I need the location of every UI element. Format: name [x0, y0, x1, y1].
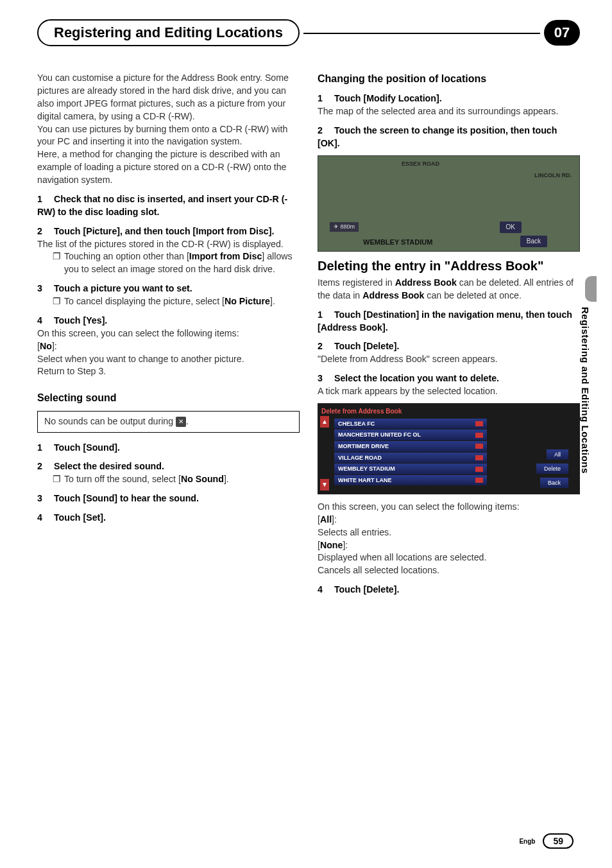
delete-step-2-desc: "Delete from Address Book" screen appear…: [318, 353, 580, 366]
flag-icon: [475, 455, 483, 460]
map-screenshot: ESSEX ROAD LINCOLN RD. ✈ 880m WEMBLEY ST…: [318, 155, 580, 252]
page-number: 59: [543, 833, 574, 849]
flag-icon: [475, 467, 483, 472]
list-item[interactable]: MORTIMER DRIVE: [334, 441, 487, 452]
option-no-desc: Select when you want to change to anothe…: [37, 353, 300, 366]
change-step-1-desc: The map of the selected area and its sur…: [318, 105, 580, 118]
list-item[interactable]: WHITE HART LANE: [334, 475, 487, 486]
option-none-desc: Displayed when all locations are selecte…: [318, 551, 580, 564]
page-header: Registering and Editing Locations 07: [37, 19, 580, 46]
side-tab: Registering and Editing Locations: [580, 276, 593, 474]
side-tab-accent: [585, 276, 597, 302]
list-item[interactable]: WEMBLEY STADIUM: [334, 464, 487, 474]
changing-position-heading: Changing the position of locations: [318, 72, 580, 86]
bullet-icon: ❐: [53, 295, 64, 308]
sound-step-4: 4Touch [Set].: [37, 512, 300, 525]
step-4-desc: On this screen, you can select the follo…: [37, 327, 300, 340]
delete-step-3: 3Select the location you want to delete.: [318, 372, 580, 385]
intro-text: You can use pictures by burning them ont…: [37, 123, 300, 149]
step-3: 3Touch a picture you want to set.: [37, 282, 300, 295]
sound-step-3: 3Touch [Sound] to hear the sound.: [37, 492, 300, 505]
mute-icon: ✕: [176, 417, 186, 427]
delete-button[interactable]: Delete: [536, 464, 568, 474]
scroll-down-icon[interactable]: ▼: [320, 479, 329, 490]
list-after-text: On this screen, you can select the follo…: [318, 501, 580, 514]
bullet-item: ❐ To turn off the sound, select [No Soun…: [53, 473, 300, 486]
delete-step-1: 1Touch [Destination] in the navigation m…: [318, 309, 580, 334]
map-location-label: WEMBLEY STADIUM: [363, 238, 432, 247]
page-footer: Engb 59: [519, 833, 574, 849]
list-item[interactable]: MANCHESTER UNITED FC OL: [334, 430, 487, 440]
page-title: Registering and Editing Locations: [37, 19, 300, 46]
flag-icon: [475, 478, 483, 483]
step-2-desc: The list of the pictures stored in the C…: [37, 238, 300, 251]
step-4: 4Touch [Yes].: [37, 315, 300, 327]
left-column: You can customise a picture for the Addr…: [37, 72, 300, 596]
language-code: Engb: [519, 838, 535, 845]
delete-step-4: 4Touch [Delete].: [318, 584, 580, 596]
bullet-item: ❐ To cancel displaying the picture, sele…: [53, 295, 300, 308]
change-step-1: 1Touch [Modify Location].: [318, 92, 580, 105]
bullet-icon: ❐: [53, 473, 64, 486]
deleting-entry-heading: Deleting the entry in "Address Book": [318, 258, 580, 274]
chapter-number-badge: 07: [544, 20, 580, 46]
map-road-label: ESSEX ROAD: [402, 160, 439, 168]
header-rule: [303, 33, 540, 34]
sound-step-1: 1Touch [Sound].: [37, 442, 300, 455]
flag-icon: [475, 421, 483, 426]
option-all: [All]:: [318, 514, 580, 526]
selecting-sound-heading: Selecting sound: [37, 391, 300, 405]
side-tab-text: Registering and Editing Locations: [580, 307, 591, 474]
list-item[interactable]: CHELSEA FC: [334, 419, 487, 430]
right-column: Changing the position of locations 1Touc…: [318, 72, 580, 596]
option-no: [No]:: [37, 340, 300, 353]
delete-step-3-desc: A tick mark appears by the selected loca…: [318, 385, 580, 398]
all-button[interactable]: All: [547, 449, 568, 460]
sound-note-box: No sounds can be output during ✕.: [37, 411, 300, 433]
flag-icon: [475, 433, 483, 438]
step-1: 1Check that no disc is inserted, and ins…: [37, 193, 300, 219]
sound-step-2: 2Select the desired sound.: [37, 460, 300, 473]
map-road-label: LINCOLN RD.: [534, 171, 572, 180]
bullet-icon: ❐: [53, 250, 64, 276]
option-none-desc2: Cancels all selected locations.: [318, 564, 580, 577]
delete-intro: Items registered in Address Book can be …: [318, 277, 580, 302]
flag-icon: [475, 444, 483, 449]
delete-list-title: Delete from Address Book: [321, 407, 576, 416]
option-all-desc: Selects all entries.: [318, 526, 580, 539]
back-button[interactable]: Back: [540, 478, 568, 489]
delete-step-2: 2Touch [Delete].: [318, 340, 580, 353]
map-scale: ✈ 880m: [330, 222, 359, 232]
list-item[interactable]: VILLAGE ROAD: [334, 453, 487, 464]
intro-text: Here, a method for changing the picture …: [37, 148, 300, 187]
map-back-button[interactable]: Back: [520, 236, 547, 247]
scroll-up-icon[interactable]: ▲: [320, 416, 329, 428]
delete-list-screenshot: Delete from Address Book ▲ ▼ CHELSEA FC …: [318, 403, 580, 494]
intro-text: You can customise a picture for the Addr…: [37, 72, 300, 123]
change-step-2: 2Touch the screen to change its position…: [318, 125, 580, 150]
bullet-item: ❐ Touching an option other than [Import …: [53, 250, 300, 276]
option-none: [None]:: [318, 539, 580, 552]
map-ok-button[interactable]: OK: [500, 221, 522, 233]
step-2: 2Touch [Picture], and then touch [Import…: [37, 225, 300, 238]
option-no-return: Return to Step 3.: [37, 365, 300, 378]
